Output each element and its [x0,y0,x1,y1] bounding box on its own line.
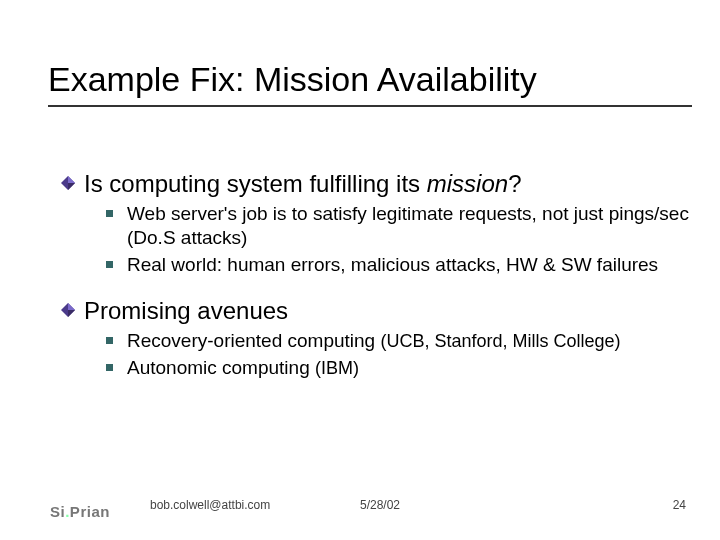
footer-page-number: 24 [673,498,686,512]
bullet-text: Autonomic computing (IBM) [127,356,696,380]
slide-body: Is computing system fulfilling its missi… [88,165,696,383]
svg-marker-1 [68,176,75,183]
bullet-level1: Is computing system fulfilling its missi… [60,169,696,199]
bullet-level2: Real world: human errors, malicious atta… [106,253,696,277]
footer-date: 5/28/02 [360,498,400,512]
footer-email: bob.colwell@attbi.com [150,498,270,512]
svg-marker-2 [68,183,75,190]
text-run: Is computing system fulfilling its [84,170,427,197]
slide-title: Example Fix: Mission Availability [48,60,692,99]
bullet-text: Real world: human errors, malicious atta… [127,253,696,277]
title-block: Example Fix: Mission Availability [48,60,692,107]
bullet-level2: Autonomic computing (IBM) [106,356,696,380]
slide: Example Fix: Mission Availability Is com… [0,0,720,540]
svg-marker-5 [68,310,75,317]
square-bullet-icon [106,210,113,217]
text-small: (UCB, Stanford, Mills College) [380,331,620,351]
bullet-text: Recovery-oriented computing (UCB, Stanfo… [127,329,696,353]
title-underline [48,105,692,107]
bullet-level2: Web server's job is to satisfy legitimat… [106,202,696,250]
square-bullet-icon [106,337,113,344]
footer: bob.colwell@attbi.com 5/28/02 24 [0,498,720,518]
text-run: Recovery-oriented computing [127,330,380,351]
bullet-level1: Promising avenues [60,296,696,326]
bullet-text: Web server's job is to satisfy legitimat… [127,202,696,250]
text-run: Autonomic computing [127,357,315,378]
square-bullet-icon [106,261,113,268]
bullet-text: Promising avenues [84,296,288,326]
text-run: ? [508,170,521,197]
diamond-bullet-icon [60,175,76,191]
svg-marker-4 [68,303,75,310]
bullet-text: Is computing system fulfilling its missi… [84,169,522,199]
bullet-level2: Recovery-oriented computing (UCB, Stanfo… [106,329,696,353]
square-bullet-icon [106,364,113,371]
text-small: (IBM) [315,358,359,378]
text-italic: mission [427,170,508,197]
diamond-bullet-icon [60,302,76,318]
